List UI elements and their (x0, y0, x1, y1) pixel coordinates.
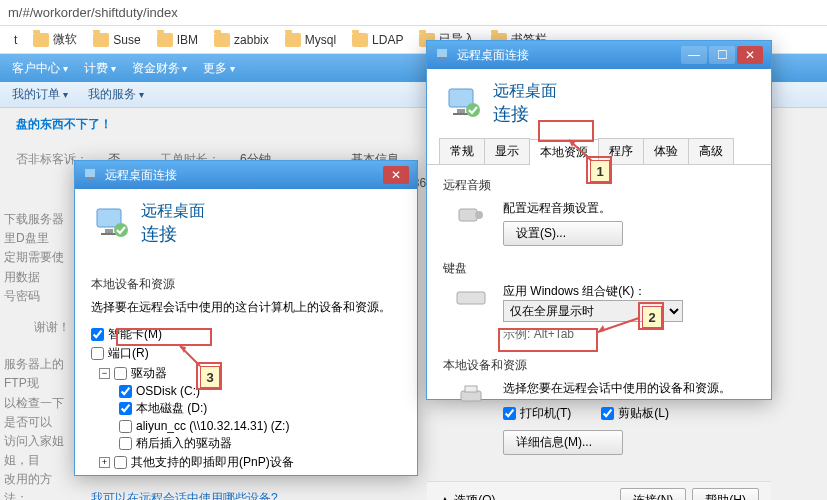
keyboard-desc: 应用 Windows 组合键(K)： (503, 283, 755, 300)
help-link[interactable]: 我可以在远程会话中使用哪些设备? (91, 491, 278, 500)
audio-settings-button[interactable]: 设置(S)... (503, 221, 623, 246)
keyboard-example: 示例: Alt+Tab (503, 326, 755, 343)
side-text: 下载服务器里D盘里 定期需要使用数据 号密码 谢谢！ 服务器上的FTP现 以检查… (0, 210, 70, 500)
collapse-icon[interactable]: − (99, 368, 110, 379)
dialog-titlebar[interactable]: 远程桌面连接 ✕ (75, 161, 417, 189)
svg-rect-4 (101, 233, 117, 235)
folder-icon (157, 33, 173, 47)
folder-icon (352, 33, 368, 47)
rdp-icon (435, 47, 451, 63)
drive-c-label: OSDisk (C:) (136, 384, 200, 398)
close-button[interactable]: ✕ (737, 46, 763, 64)
details-button[interactable]: 详细信息(M)... (503, 430, 623, 455)
svg-rect-6 (437, 49, 447, 57)
svg-rect-7 (439, 58, 445, 60)
bookmark-item[interactable]: t (8, 31, 23, 49)
maximize-button[interactable]: ☐ (709, 46, 735, 64)
menu-customer[interactable]: 客户中心 (12, 60, 68, 77)
rdp-local-devices-dialog: 远程桌面连接 ✕ 远程桌面 连接 本地设备和资源 选择要在远程会话中使用的这台计… (74, 160, 418, 476)
drive-d-label: 本地磁盘 (D:) (136, 400, 207, 417)
tab-advanced[interactable]: 高级 (688, 138, 734, 164)
connect-button[interactable]: 连接(N) (620, 488, 687, 500)
svg-rect-9 (457, 109, 465, 113)
folder-icon (285, 33, 301, 47)
drives-tree: −驱动器 OSDisk (C:) 本地磁盘 (D:) aliyun_cc (\\… (99, 364, 401, 472)
header-line1: 远程桌面 (493, 81, 557, 102)
sub-services[interactable]: 我的服务 (88, 86, 144, 103)
tab-local-resources[interactable]: 本地资源 (529, 139, 599, 165)
tabs: 常规 显示 本地资源 程序 体验 高级 (427, 138, 771, 165)
bookmark-item[interactable]: IBM (151, 31, 204, 49)
clipboard-checkbox[interactable] (601, 407, 614, 420)
dialog-title: 远程桌面连接 (457, 47, 529, 64)
drive-d-checkbox[interactable] (119, 402, 132, 415)
tab-programs[interactable]: 程序 (598, 138, 644, 164)
port-label: 端口(R) (108, 345, 149, 362)
printer-icon (451, 380, 491, 410)
smartcard-checkbox[interactable] (91, 328, 104, 341)
dialog-title: 远程桌面连接 (105, 167, 177, 184)
menu-billing[interactable]: 计费 (84, 60, 116, 77)
drive-later-checkbox[interactable] (119, 437, 132, 450)
tab-experience[interactable]: 体验 (643, 138, 689, 164)
section-title: 本地设备和资源 (91, 276, 401, 293)
menu-more[interactable]: 更多 (203, 60, 235, 77)
speaker-icon (451, 200, 491, 230)
dialog-titlebar[interactable]: 远程桌面连接 — ☐ ✕ (427, 41, 771, 69)
expand-icon[interactable]: + (99, 457, 110, 468)
svg-rect-1 (87, 178, 93, 180)
menu-finance[interactable]: 资金财务 (132, 60, 188, 77)
svg-rect-3 (105, 229, 113, 233)
devices-section: 本地设备和资源 (443, 357, 755, 374)
drives-label: 驱动器 (131, 365, 167, 382)
port-checkbox[interactable] (91, 347, 104, 360)
rdp-icon (83, 167, 99, 183)
close-button[interactable]: ✕ (383, 166, 409, 184)
svg-point-11 (466, 103, 480, 117)
header-line1: 远程桌面 (141, 201, 205, 222)
svg-point-5 (114, 223, 128, 237)
svg-rect-14 (457, 292, 485, 304)
clipboard-label: 剪贴板(L) (618, 405, 669, 422)
audio-desc: 配置远程音频设置。 (503, 200, 755, 217)
dialog-body: 远程音频 配置远程音频设置。 设置(S)... 键盘 应用 Windows 组合… (427, 165, 771, 481)
drive-c-checkbox[interactable] (119, 385, 132, 398)
tab-display[interactable]: 显示 (484, 138, 530, 164)
bookmark-item[interactable]: Mysql (279, 31, 342, 49)
dialog-body: 本地设备和资源 选择要在远程会话中使用的这台计算机上的设备和资源。 智能卡(M)… (75, 258, 417, 500)
dialog-footer: ▲ 选项(O) 连接(N) 帮助(H) (427, 481, 771, 500)
keyboard-section: 键盘 (443, 260, 755, 277)
drive-z-checkbox[interactable] (119, 420, 132, 433)
options-toggle[interactable]: ▲ 选项(O) (439, 492, 496, 500)
svg-rect-12 (459, 209, 477, 221)
bookmark-item[interactable]: Suse (87, 31, 146, 49)
help-button[interactable]: 帮助(H) (692, 488, 759, 500)
pnp-checkbox[interactable] (114, 456, 127, 469)
drive-later-label: 稍后插入的驱动器 (136, 435, 232, 452)
minimize-button[interactable]: — (681, 46, 707, 64)
dialog-header: 远程桌面 连接 (427, 69, 771, 138)
drives-checkbox[interactable] (114, 367, 127, 380)
svg-rect-0 (85, 169, 95, 177)
printer-checkbox[interactable] (503, 407, 516, 420)
keyboard-select[interactable]: 仅在全屏显示时 (503, 300, 683, 322)
bookmark-item[interactable]: LDAP (346, 31, 409, 49)
folder-icon (33, 33, 49, 47)
smartcard-label: 智能卡(M) (108, 326, 162, 343)
keyboard-icon (451, 283, 491, 313)
bookmark-item[interactable]: zabbix (208, 31, 275, 49)
rdp-options-dialog: 远程桌面连接 — ☐ ✕ 远程桌面 连接 常规 显示 本地资源 程序 体验 高级… (426, 40, 772, 400)
drive-z-label: aliyun_cc (\\10.32.14.31) (Z:) (136, 419, 289, 433)
bookmark-item[interactable]: 微软 (27, 29, 83, 50)
sub-orders[interactable]: 我的订单 (12, 86, 68, 103)
folder-icon (93, 33, 109, 47)
printer-label: 打印机(T) (520, 405, 571, 422)
dialog-header: 远程桌面 连接 (75, 189, 417, 258)
header-line2: 连接 (141, 222, 205, 246)
folder-icon (214, 33, 230, 47)
rdp-logo-icon (91, 204, 131, 244)
tab-general[interactable]: 常规 (439, 138, 485, 164)
url-input[interactable] (8, 5, 819, 20)
header-line2: 连接 (493, 102, 557, 126)
pnp-label: 其他支持的即插即用(PnP)设备 (131, 454, 294, 471)
